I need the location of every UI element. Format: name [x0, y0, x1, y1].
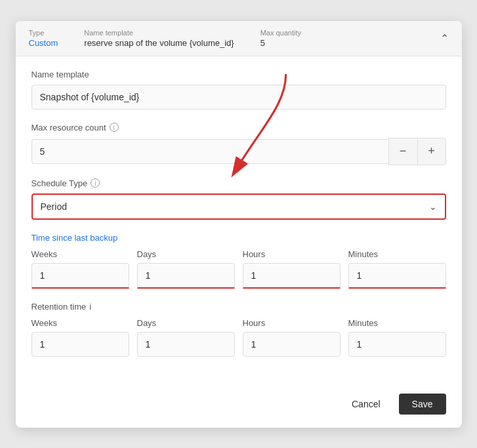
retention-time-group: Retention time i Weeks Days Hours Minute…: [31, 302, 446, 357]
name-template-label-header: Name template: [84, 29, 234, 37]
days-label: Days: [137, 249, 235, 259]
hours-input[interactable]: [243, 263, 341, 289]
retention-minutes-col: Minutes: [348, 318, 446, 357]
header-type: Type Custom: [29, 29, 58, 48]
minutes-input[interactable]: [348, 263, 446, 289]
name-template-label: Name template: [31, 70, 446, 79]
increment-button[interactable]: +: [417, 138, 446, 165]
max-resource-count-label: Max resource count i: [31, 123, 446, 132]
max-resource-input[interactable]: [31, 139, 388, 164]
hours-label: Hours: [243, 249, 341, 259]
schedule-type-select-wrapper: Period Cron ⌄: [31, 193, 446, 220]
retention-weeks-label: Weeks: [31, 318, 129, 328]
name-template-input[interactable]: [31, 85, 446, 110]
days-col: Days: [137, 249, 235, 289]
max-quantity-label: Max quantity: [260, 29, 301, 37]
counter-row: − +: [31, 138, 446, 165]
minutes-label: Minutes: [348, 249, 446, 259]
max-quantity-value: 5: [260, 38, 301, 48]
retention-hours-input[interactable]: [243, 332, 341, 357]
retention-hours-col: Hours: [243, 318, 341, 357]
header-name-template: Name template reserve snap of the volume…: [84, 29, 234, 48]
save-button[interactable]: Save: [399, 394, 446, 415]
schedule-type-label: Schedule Type i: [31, 178, 446, 188]
dialog: Type Custom Name template reserve snap o…: [16, 21, 462, 428]
max-resource-count-group: Max resource count i − +: [31, 123, 446, 165]
weeks-col: Weeks: [31, 249, 129, 289]
header-row: Type Custom Name template reserve snap o…: [16, 21, 462, 56]
time-since-grid: Weeks Days Hours Minutes: [31, 249, 446, 289]
minutes-col: Minutes: [348, 249, 446, 289]
type-label: Type: [29, 29, 58, 37]
schedule-type-info-icon[interactable]: i: [91, 178, 100, 188]
header-cols: Type Custom Name template reserve snap o…: [29, 29, 302, 48]
cancel-button[interactable]: Cancel: [341, 394, 391, 415]
header-max-quantity: Max quantity 5: [260, 29, 301, 48]
retention-minutes-label: Minutes: [348, 318, 446, 328]
schedule-type-group: Schedule Type i Period Cron ⌄: [31, 178, 446, 220]
name-template-value-header: reserve snap of the volume {volume_id}: [84, 38, 234, 48]
retention-days-col: Days: [137, 318, 235, 357]
weeks-input[interactable]: [31, 263, 129, 289]
max-resource-info-icon[interactable]: i: [110, 123, 119, 132]
time-since-backup-group: Time since last backup Weeks Days Hours …: [31, 233, 446, 289]
retention-days-input[interactable]: [137, 332, 235, 357]
retention-weeks-col: Weeks: [31, 318, 129, 357]
schedule-type-select[interactable]: Period Cron: [33, 195, 445, 218]
decrement-button[interactable]: −: [388, 138, 417, 165]
weeks-label: Weeks: [31, 249, 129, 259]
footer: Cancel Save: [16, 386, 462, 428]
retention-time-label: Retention time i: [31, 302, 446, 312]
retention-info-icon[interactable]: i: [89, 302, 91, 312]
retention-minutes-input[interactable]: [348, 332, 446, 357]
collapse-icon[interactable]: ⌃: [440, 32, 449, 45]
retention-weeks-input[interactable]: [31, 332, 129, 357]
hours-col: Hours: [243, 249, 341, 289]
retention-grid: Weeks Days Hours Minutes: [31, 318, 446, 357]
form-body: Name template Max resource count i − + S…: [16, 56, 462, 386]
type-value: Custom: [29, 38, 58, 48]
days-input[interactable]: [137, 263, 235, 289]
retention-days-label: Days: [137, 318, 235, 328]
time-since-backup-label: Time since last backup: [31, 233, 446, 243]
name-template-group: Name template: [31, 70, 446, 110]
retention-hours-label: Hours: [243, 318, 341, 328]
